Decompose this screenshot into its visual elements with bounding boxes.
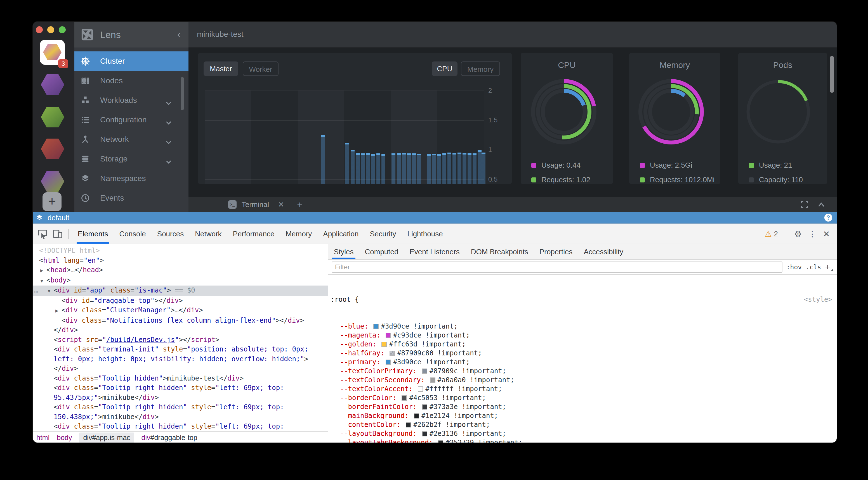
dashboard-scrollbar[interactable]: [830, 56, 834, 93]
zoom-window-button[interactable]: [59, 26, 66, 33]
dom-tree-node[interactable]: <div class="terminal-init" style="positi…: [33, 344, 328, 354]
css-property-row[interactable]: --magenta: #c93dce !important;: [331, 331, 832, 340]
breadcrumb-item[interactable]: html: [36, 434, 50, 442]
color-swatch[interactable]: [373, 324, 379, 329]
dom-tree-node[interactable]: <div class="Notifications flex column al…: [33, 316, 328, 325]
terminal-tab[interactable]: Terminal: [242, 200, 269, 209]
dom-tree-node[interactable]: 150.438px;">minikube</div>: [33, 412, 328, 422]
devtools-tab-security[interactable]: Security: [364, 224, 402, 244]
color-swatch[interactable]: [430, 377, 435, 383]
color-swatch[interactable]: [422, 369, 427, 374]
dom-tree-node[interactable]: ▶<div class="ClusterManager">…</div>: [33, 305, 328, 316]
sidebar-scrollbar[interactable]: [181, 77, 184, 110]
color-swatch[interactable]: [406, 422, 411, 427]
add-cluster-button[interactable]: +: [42, 192, 62, 211]
devtools-tab-lighthouse[interactable]: Lighthouse: [402, 224, 448, 244]
css-property-row[interactable]: --textColorPrimary: #87909c !important;: [331, 367, 832, 376]
close-terminal-icon[interactable]: ✕: [278, 200, 284, 209]
metric-tab-cpu[interactable]: CPU: [432, 62, 458, 76]
metric-tab-memory[interactable]: Memory: [461, 62, 500, 76]
dom-tree-node[interactable]: <div class="Tooltip right hidden" style=…: [33, 383, 328, 393]
css-property-row[interactable]: --textColorSecondary: #a0a0a0 !important…: [331, 376, 832, 384]
dom-tree-selected-node[interactable]: …▼<div id="app" class="is-mac"> == $0: [33, 285, 328, 296]
styles-tab-event-listeners[interactable]: Event Listeners: [404, 244, 465, 259]
fullscreen-dock-icon[interactable]: [801, 201, 808, 208]
dom-tree-node[interactable]: left: 0px; height: 0px; visibility: hidd…: [33, 354, 328, 364]
devtools-tab-console[interactable]: Console: [114, 224, 151, 244]
cluster-tile-active-cluster[interactable]: 3: [40, 40, 65, 65]
expand-arrow-icon[interactable]: ▼: [48, 286, 54, 296]
node-menu-icon[interactable]: …: [34, 285, 38, 295]
devtools-tab-application[interactable]: Application: [317, 224, 364, 244]
css-property-row[interactable]: --borderFaintColor: #373a3e !important;: [331, 402, 832, 411]
color-swatch[interactable]: [381, 342, 387, 347]
devtools-settings-icon[interactable]: ⚙: [794, 229, 802, 239]
console-warnings-badge[interactable]: ⚠2: [765, 229, 778, 239]
dom-tree-node[interactable]: <!DOCTYPE html>: [33, 246, 328, 255]
color-swatch[interactable]: [385, 333, 391, 338]
macos-window-controls[interactable]: [36, 26, 66, 33]
sidebar-item-storage[interactable]: Storage: [74, 149, 188, 169]
help-icon[interactable]: ?: [825, 214, 832, 221]
dom-tree-node[interactable]: <div class="Tooltip hidden">minikube-tes…: [33, 374, 328, 383]
expand-arrow-icon[interactable]: ▼: [40, 276, 46, 286]
dom-tree-node[interactable]: <div class="Tooltip right hidden" style=…: [33, 422, 328, 432]
new-style-rule-button[interactable]: +: [825, 262, 832, 272]
sidebar-item-network[interactable]: Network: [74, 130, 188, 149]
styles-filter-input[interactable]: [332, 262, 782, 273]
breadcrumb-item[interactable]: div#app.is-mac: [79, 433, 134, 443]
css-selector[interactable]: :root {: [331, 295, 359, 304]
node-tab-worker[interactable]: Worker: [243, 62, 279, 76]
new-terminal-icon[interactable]: +: [297, 199, 303, 210]
node-tab-master[interactable]: Master: [204, 62, 238, 76]
device-toolbar-icon[interactable]: [52, 228, 63, 239]
color-swatch[interactable]: [402, 395, 407, 401]
css-property-row[interactable]: --halfGray: #87909c80 !important;: [331, 349, 832, 357]
expand-dock-icon[interactable]: [818, 202, 825, 207]
css-property-row[interactable]: --layoutTabsBackground: #252729 !importa…: [331, 438, 832, 443]
cluster-tile-cluster-5[interactable]: [41, 171, 64, 192]
dom-tree-node[interactable]: <div class="Tooltip right hidden" style=…: [33, 402, 328, 412]
dom-tree-node[interactable]: <script src="/build/LensDev.js"></script…: [33, 335, 328, 345]
dom-tree-node[interactable]: ▶<head>…</head>: [33, 265, 328, 275]
styles-tab-dom-breakpoints[interactable]: DOM Breakpoints: [465, 244, 534, 259]
color-swatch[interactable]: [385, 359, 391, 365]
css-property-row[interactable]: --golden: #ffc63d !important;: [331, 340, 832, 349]
css-property-row[interactable]: --mainBackground: #1e2124 !important;: [331, 411, 832, 420]
devtools-tab-memory[interactable]: Memory: [280, 224, 317, 244]
namespace-bar[interactable]: default ?: [33, 212, 837, 224]
sidebar-item-namespaces[interactable]: Namespaces: [74, 169, 188, 188]
sidebar-item-nodes[interactable]: Nodes: [74, 71, 188, 91]
sidebar-item-workloads[interactable]: Workloads: [74, 91, 188, 110]
color-swatch[interactable]: [414, 413, 419, 418]
color-swatch[interactable]: [422, 404, 427, 410]
dom-tree-node[interactable]: 95.4375px;">minikube</div>: [33, 393, 328, 403]
color-swatch[interactable]: [418, 386, 423, 392]
styles-tab-computed[interactable]: Computed: [359, 244, 404, 259]
breadcrumb-item[interactable]: div#draggable-top: [142, 434, 197, 442]
dom-tree-node[interactable]: ▼<body>: [33, 275, 328, 286]
styles-tab-styles[interactable]: Styles: [328, 244, 359, 259]
css-property-row[interactable]: --contentColor: #262b2f !important;: [331, 420, 832, 429]
breadcrumb-item[interactable]: body: [57, 434, 72, 442]
color-swatch[interactable]: [422, 431, 427, 437]
element-classes-button[interactable]: .cls: [806, 264, 821, 271]
css-property-row[interactable]: --borderColor: #4c5053 !important;: [331, 393, 832, 402]
inspect-element-icon[interactable]: [37, 228, 48, 239]
css-property-row[interactable]: --layoutBackground: #2e3136 !important;: [331, 429, 832, 438]
toggle-pseudo-classes-button[interactable]: :hov: [786, 264, 802, 271]
sidebar-item-events[interactable]: Events: [74, 188, 188, 208]
css-source-link[interactable]: <style>: [804, 295, 832, 304]
css-property-row[interactable]: --primary: #3d90ce !important;: [331, 357, 832, 367]
minimize-window-button[interactable]: [47, 26, 54, 33]
dom-tree-node[interactable]: </div>: [33, 325, 328, 335]
cluster-tile-cluster-3[interactable]: [41, 107, 64, 127]
sidebar-item-cluster[interactable]: Cluster: [74, 52, 188, 71]
css-property-row[interactable]: --textColorAccent: #ffffff !important;: [331, 384, 832, 393]
collapse-sidebar-button[interactable]: ‹: [177, 31, 181, 39]
close-window-button[interactable]: [36, 26, 43, 33]
css-property-row[interactable]: --blue: #3d90ce !important;: [331, 322, 832, 331]
styles-tab-properties[interactable]: Properties: [534, 244, 578, 259]
dom-tree-node[interactable]: <div id="draggable-top"></div>: [33, 296, 328, 306]
devtools-menu-icon[interactable]: ⋮: [808, 229, 816, 239]
